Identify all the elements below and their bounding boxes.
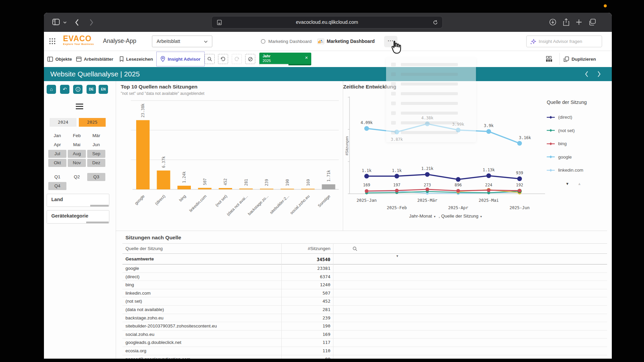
bar-backstage.zo...[interactable] bbox=[260, 189, 273, 189]
layout-grid-icon[interactable] bbox=[546, 56, 552, 62]
table-row[interactable]: googleads.g.doubleclick.net117 bbox=[122, 339, 607, 347]
point-google-2025-Jan[interactable] bbox=[364, 126, 369, 131]
language-de-button[interactable]: DE bbox=[87, 85, 96, 94]
tab-overview-icon[interactable] bbox=[588, 18, 596, 26]
step-forward-button[interactable] bbox=[232, 54, 242, 64]
table-row[interactable]: google23381 bbox=[122, 264, 607, 273]
year-button-2025[interactable]: 2025 bbox=[79, 118, 106, 127]
bar-chart[interactable]: 23.38kgoogle6.37k(direct)1.24kbing507lin… bbox=[121, 84, 342, 231]
quarter-filter-q4[interactable]: Q4 bbox=[48, 181, 67, 190]
bar-(not set)[interactable] bbox=[219, 188, 232, 189]
table-row[interactable]: (direct)6374 bbox=[122, 273, 607, 281]
year-button-2024[interactable]: 2024 bbox=[50, 118, 76, 127]
downloads-icon[interactable] bbox=[549, 18, 556, 26]
objects-button[interactable]: Objekte bbox=[47, 51, 72, 67]
tab-marketing-dashboard-active[interactable]: Marketing Dashboard bbox=[327, 32, 375, 51]
point-bing-2025-Feb[interactable] bbox=[395, 189, 399, 192]
table-column-sitzungen[interactable]: #Sitzungen bbox=[122, 244, 330, 254]
table-row[interactable]: ecosia.org110 bbox=[122, 347, 607, 355]
sheet-selector-dropdown[interactable]: Arbeitsblatt bbox=[152, 36, 212, 47]
sheets-button[interactable]: Arbeitsblätter bbox=[76, 51, 113, 67]
selection-chip-jahr[interactable]: Jahr 2025 × bbox=[259, 53, 311, 65]
column-search-icon[interactable] bbox=[353, 246, 358, 251]
table-row[interactable]: linkedin.com507 bbox=[122, 289, 607, 298]
address-bar[interactable]: evacocloud.eu.qlikcloud.com bbox=[211, 16, 443, 28]
dimension-selector[interactable]: Jahr-Monat▼ , Quelle der Sitzung▼ bbox=[366, 214, 527, 219]
month-filter-jul[interactable]: Jul bbox=[48, 149, 67, 158]
month-filter-okt[interactable]: Okt bbox=[48, 158, 67, 167]
bar-social.zoho.eu[interactable] bbox=[301, 189, 315, 189]
new-tab-icon[interactable] bbox=[575, 18, 583, 26]
legend-item-bing[interactable]: bing bbox=[547, 141, 567, 146]
month-filter-jan[interactable]: Jan bbox=[48, 131, 67, 140]
language-en-button[interactable]: EN bbox=[99, 85, 108, 94]
sort-descending-icon[interactable]: ▼ bbox=[396, 254, 399, 258]
bar-Sonstige[interactable] bbox=[322, 184, 335, 189]
point-(direct)-2025-Mär[interactable] bbox=[425, 172, 430, 177]
point-google-2025-Mai[interactable] bbox=[486, 129, 491, 134]
sidebar-chevron-icon[interactable] bbox=[63, 21, 67, 24]
month-filter-apr[interactable]: Apr bbox=[48, 140, 67, 149]
point-(direct)-2025-Mai[interactable] bbox=[486, 173, 491, 178]
home-button[interactable]: ⌂ bbox=[47, 85, 56, 94]
forward-button[interactable] bbox=[89, 18, 94, 26]
month-filter-jun[interactable]: Jun bbox=[87, 140, 106, 149]
insight-advisor-button[interactable]: Insight Advisor bbox=[156, 52, 205, 66]
legend-item-linkedin.com[interactable]: linkedin.com bbox=[547, 168, 583, 173]
bar-(direct)[interactable] bbox=[157, 171, 170, 189]
info-button[interactable] bbox=[73, 85, 83, 94]
month-filter-mär[interactable]: Mär bbox=[87, 131, 106, 140]
listbox-land-scrollbar[interactable] bbox=[47, 205, 109, 206]
table-row[interactable]: backstage.zoho.eu239 bbox=[122, 314, 607, 322]
legend-page-down-icon[interactable]: ▼ bbox=[566, 182, 569, 186]
tab-marketing-dashboard-hub[interactable]: Marketing Dashboard bbox=[268, 32, 312, 51]
month-filter-feb[interactable]: Feb bbox=[67, 131, 87, 140]
table-row[interactable]: pagead2.googlesyndication.com98 bbox=[122, 355, 607, 359]
quarter-filter-q2[interactable]: Q2 bbox=[67, 172, 87, 181]
quarter-filter-q1[interactable]: Q1 bbox=[48, 172, 67, 181]
point-bing-2025-Mai[interactable] bbox=[487, 188, 491, 192]
smart-search-button[interactable] bbox=[205, 54, 215, 64]
point-bing-2025-Apr[interactable] bbox=[457, 189, 460, 193]
previous-sheet-button[interactable] bbox=[585, 71, 589, 77]
table-row[interactable]: social.zoho.eu169 bbox=[122, 330, 607, 339]
point-bing-2025-Jun[interactable] bbox=[518, 189, 522, 192]
table-row[interactable]: bing1240 bbox=[122, 281, 607, 289]
table-row[interactable]: (data not available)281 bbox=[122, 306, 607, 314]
point-bing-2025-Jan[interactable] bbox=[365, 189, 369, 193]
point-(direct)-2025-Apr[interactable] bbox=[456, 177, 461, 182]
step-back-button[interactable] bbox=[218, 54, 228, 64]
quarter-filter-q3[interactable]: Q3 bbox=[87, 172, 106, 181]
point-(direct)-2025-Jun[interactable] bbox=[517, 176, 522, 181]
point-(direct)-2025-Jan[interactable] bbox=[364, 174, 369, 179]
legend-item-(direct)[interactable]: (direct) bbox=[547, 115, 572, 120]
month-filter-sep[interactable]: Sep bbox=[87, 149, 106, 158]
listbox-geraetekategorie-scrollbar[interactable] bbox=[47, 222, 109, 223]
legend-page-up-icon[interactable]: ▲ bbox=[578, 182, 581, 186]
legend-item-google[interactable]: google bbox=[547, 155, 572, 160]
listbox-land[interactable]: Land bbox=[47, 194, 109, 207]
next-sheet-button[interactable] bbox=[597, 71, 601, 77]
dimension-selector-secondary[interactable]: , Quelle der Sitzung bbox=[439, 214, 479, 219]
undo-button[interactable]: ↶ bbox=[60, 85, 69, 94]
bar-google[interactable] bbox=[136, 120, 150, 189]
month-filter-mai[interactable]: Mai bbox=[67, 140, 87, 149]
duplicate-button[interactable]: Duplizieren bbox=[564, 51, 596, 67]
point-google-2025-Jun[interactable] bbox=[517, 141, 522, 146]
month-filter-nov[interactable]: Nov bbox=[67, 158, 87, 167]
table-row[interactable]: (not set)452 bbox=[122, 297, 607, 306]
bar-bing[interactable] bbox=[177, 186, 191, 189]
selection-chip-close-icon[interactable]: × bbox=[305, 55, 308, 60]
table-row[interactable]: sitebuilder-20103790357.zohositescontent… bbox=[122, 322, 607, 330]
bar-linkedin.com[interactable] bbox=[198, 188, 212, 189]
bar-sitebuilder-2...[interactable] bbox=[281, 189, 294, 189]
month-filter-aug[interactable]: Aug bbox=[67, 149, 87, 158]
point-bing-2025-Mär[interactable] bbox=[426, 188, 429, 191]
listbox-geraetekategorie[interactable]: Gerätekategorie bbox=[47, 210, 109, 224]
app-launcher-icon[interactable] bbox=[49, 38, 56, 45]
legend-item-(not set)[interactable]: (not set) bbox=[547, 128, 575, 133]
dimension-selector-primary[interactable]: Jahr-Monat bbox=[409, 214, 432, 219]
back-button[interactable] bbox=[75, 18, 79, 26]
point-(direct)-2025-Feb[interactable] bbox=[394, 174, 399, 179]
share-icon[interactable] bbox=[562, 18, 570, 26]
